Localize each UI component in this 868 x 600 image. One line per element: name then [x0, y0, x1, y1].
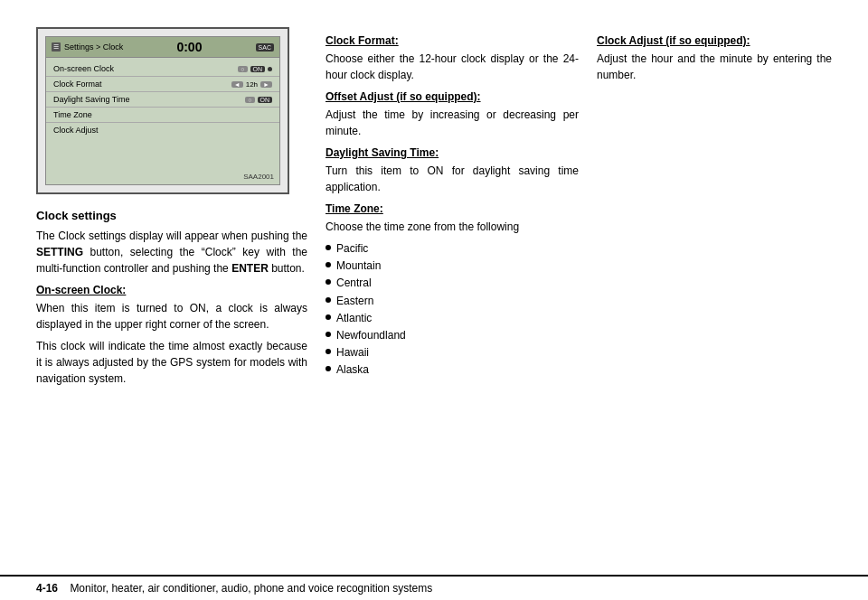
clock-format-value: 12h	[246, 80, 258, 89]
ctrl-circle: ○	[238, 66, 247, 72]
nav-icon: ☰	[52, 42, 61, 52]
timezone-intro: Choose the time zone from the following	[326, 219, 579, 235]
list-item-pacific: Pacific	[326, 240, 579, 258]
footer: 4-16 Monitor, heater, air conditioner, a…	[0, 575, 868, 600]
list-item-hawaii: Hawaii	[326, 344, 579, 361]
clock-format-body: Choose either the 12-hour clock display …	[326, 51, 579, 83]
onscreen-clock-body2: This clock will indicate the time almost…	[36, 338, 307, 387]
menu-item-clock-adjust: Clock Adjust	[46, 123, 279, 137]
clock-settings-title: Clock settings	[36, 209, 307, 222]
clock-adjust-subtitle: Clock Adjust (if so equipped):	[597, 34, 832, 47]
clock-adjust-body: Adjust the hour and the minute by enteri…	[597, 51, 832, 83]
offset-adjust-subtitle: Offset Adjust (if so equipped):	[326, 90, 579, 103]
timezone-eastern: Eastern	[336, 293, 373, 310]
menu-label-clock-adjust: Clock Adjust	[53, 126, 272, 135]
list-item-central: Central	[326, 275, 579, 292]
onscreen-clock-body1: When this item is turned to ON, a clock …	[36, 300, 307, 333]
middle-column: Clock Format: Choose either the 12-hour …	[326, 27, 579, 566]
ctrl-right-arrow: ►	[260, 81, 272, 88]
bullet-eastern	[326, 297, 331, 303]
screen-diagram: ☰ Settings > Clock 0:00 SAC On-screen Cl…	[36, 27, 289, 194]
timezone-newfoundland: Newfoundland	[336, 327, 406, 344]
list-item-atlantic: Atlantic	[326, 310, 579, 327]
menu-control-clock-format: ◄ 12h ►	[231, 80, 272, 89]
page-container: ☰ Settings > Clock 0:00 SAC On-screen Cl…	[0, 0, 868, 600]
bullet-central	[326, 279, 331, 285]
timezone-mountain: Mountain	[336, 258, 381, 275]
footer-chapter: Monitor, heater, air conditioner, audio,…	[70, 582, 432, 595]
list-item-eastern: Eastern	[326, 293, 579, 310]
menu-label-onscreen-clock: On-screen Clock	[53, 64, 238, 73]
screen-header-left: ☰ Settings > Clock	[52, 42, 123, 52]
menu-control-dst: ○ ON	[245, 97, 272, 103]
dot-indicator	[268, 67, 272, 71]
bullet-pacific	[326, 245, 331, 250]
footer-text: 4-16 Monitor, heater, air conditioner, a…	[36, 582, 432, 595]
timezone-alaska: Alaska	[336, 361, 369, 379]
list-item-newfoundland: Newfoundland	[326, 327, 579, 344]
timezone-central: Central	[336, 275, 372, 292]
list-item-alaska: Alaska	[326, 361, 579, 379]
dst-subtitle: Daylight Saving Time:	[326, 146, 579, 159]
menu-label-dst: Daylight Saving Time	[53, 95, 245, 104]
bullet-mountain	[326, 262, 331, 267]
timezone-list: Pacific Mountain Central Eastern Atlanti…	[326, 240, 579, 380]
screen-menu: On-screen Clock ○ ON Clock Format ◄	[46, 58, 279, 141]
timezone-hawaii: Hawaii	[336, 344, 369, 361]
list-item-mountain: Mountain	[326, 258, 579, 275]
ctrl-left-arrow: ◄	[231, 81, 243, 88]
onscreen-clock-subtitle: On-screen Clock:	[36, 284, 307, 296]
on-badge-clock: ON	[250, 66, 266, 72]
on-badge-dst: ON	[258, 97, 273, 103]
timezone-subtitle: Time Zone:	[326, 202, 579, 215]
menu-label-timezone: Time Zone	[53, 110, 272, 119]
screen-time: 0:00	[176, 40, 202, 54]
screen-header: ☰ Settings > Clock 0:00 SAC	[46, 37, 279, 58]
menu-item-onscreen-clock: On-screen Clock ○ ON	[46, 61, 279, 77]
offset-adjust-body: Adjust the time by increasing or decreas…	[326, 107, 579, 139]
ctrl-circle-dst: ○	[245, 97, 254, 103]
menu-item-timezone: Time Zone	[46, 108, 279, 123]
enter-bold: ENTER	[231, 262, 269, 275]
clock-settings-intro: The Clock settings display will appear w…	[36, 228, 307, 277]
screen-header-right: SAC	[256, 43, 274, 52]
screen-breadcrumb: Settings > Clock	[64, 42, 123, 52]
clock-settings-section: Clock settings The Clock settings displa…	[36, 209, 307, 387]
menu-label-clock-format: Clock Format	[53, 80, 231, 89]
timezone-pacific: Pacific	[336, 240, 368, 258]
menu-control-onscreen-clock: ○ ON	[238, 66, 272, 72]
right-column: Clock Adjust (if so equipped): Adjust th…	[597, 27, 832, 566]
left-column: ☰ Settings > Clock 0:00 SAC On-screen Cl…	[36, 27, 307, 566]
bullet-atlantic	[326, 314, 331, 320]
bullet-newfoundland	[326, 332, 331, 337]
sac-badge: SAC	[256, 43, 274, 52]
footer-page-num: 4-16	[36, 582, 58, 595]
screen-caption: SAA2001	[243, 173, 274, 181]
main-content: ☰ Settings > Clock 0:00 SAC On-screen Cl…	[0, 0, 868, 575]
clock-format-subtitle: Clock Format:	[326, 34, 579, 47]
timezone-atlantic: Atlantic	[336, 310, 372, 327]
menu-item-clock-format: Clock Format ◄ 12h ►	[46, 77, 279, 92]
bullet-hawaii	[326, 349, 331, 354]
bullet-alaska	[326, 366, 331, 371]
screen-inner: ☰ Settings > Clock 0:00 SAC On-screen Cl…	[45, 36, 280, 185]
dst-body: Turn this item to ON for daylight saving…	[326, 163, 579, 195]
menu-item-dst: Daylight Saving Time ○ ON	[46, 92, 279, 108]
setting-bold: SETTING	[36, 246, 83, 258]
